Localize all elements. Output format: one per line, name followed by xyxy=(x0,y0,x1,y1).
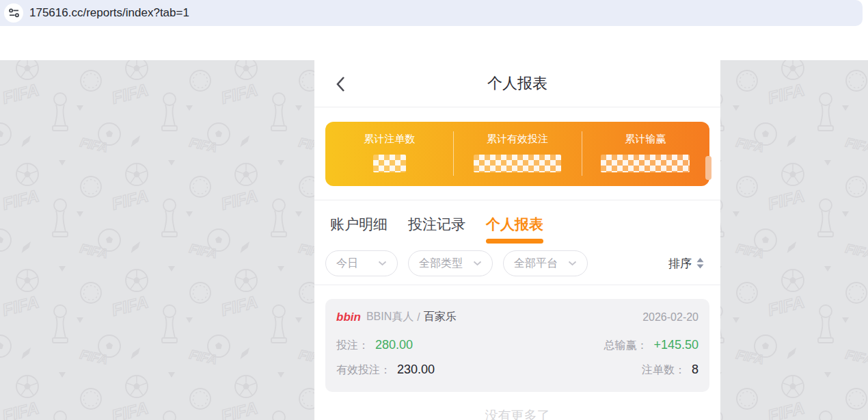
stat-label: 累计注单数 xyxy=(364,133,415,146)
valid-bet-label: 有效投注： xyxy=(336,363,391,378)
summary-card: 累计注单数 累计有效投注 累计输赢 xyxy=(325,122,709,186)
page-title: 个人报表 xyxy=(487,73,547,94)
platform-filter-dropdown[interactable]: 全部平台 xyxy=(503,250,588,276)
record-row: 投注： 280.00 总输赢： +145.50 xyxy=(336,338,699,353)
tab-account-details[interactable]: 账户明细 xyxy=(330,216,388,244)
summary-section: 累计注单数 累计有效投注 累计输赢 xyxy=(314,107,720,200)
stat-label: 累计有效投注 xyxy=(487,133,548,146)
censored-value xyxy=(373,155,406,172)
record-date: 2026-02-20 xyxy=(642,311,699,324)
tab-label: 个人报表 xyxy=(486,216,543,233)
censored-value-overflow xyxy=(705,156,711,180)
page-header: 个人报表 xyxy=(314,60,720,107)
tab-bar: 账户明细 投注记录 个人报表 xyxy=(314,200,720,244)
report-record-card: bbin BBIN真人 / 百家乐 2026-02-20 投注： 280.00 … xyxy=(325,299,709,392)
type-filter-value: 全部类型 xyxy=(419,257,463,271)
censored-value xyxy=(474,155,561,172)
game-name: 百家乐 xyxy=(424,310,457,324)
censored-value xyxy=(601,155,690,172)
bet-label: 投注： xyxy=(336,339,369,353)
valid-bet-value: 230.00 xyxy=(397,363,435,377)
provider-name: BBIN真人 xyxy=(366,310,413,324)
tab-underline xyxy=(408,239,465,244)
sort-label: 排序 xyxy=(668,256,692,272)
site-settings-button[interactable] xyxy=(4,3,23,23)
tab-bet-records[interactable]: 投注记录 xyxy=(408,216,465,244)
tab-label: 投注记录 xyxy=(408,216,465,233)
no-more-text: 没有更多了 xyxy=(325,407,709,420)
url-text[interactable]: 175616.cc/reports/index?tab=1 xyxy=(29,6,189,20)
bet-value: 280.00 xyxy=(375,338,413,352)
winloss-amount: 总输赢： +145.50 xyxy=(603,338,699,353)
chevron-down-icon xyxy=(378,261,387,266)
tab-underline xyxy=(330,239,388,244)
bet-count-value: 8 xyxy=(692,363,699,377)
stat-label: 累计输赢 xyxy=(625,133,666,146)
stat-total-winloss: 累计输赢 xyxy=(582,122,709,186)
chevron-down-icon xyxy=(473,261,482,266)
chevron-down-icon xyxy=(568,261,577,266)
date-filter-value: 今日 xyxy=(336,257,358,271)
tab-personal-report[interactable]: 个人报表 xyxy=(486,216,543,244)
tune-icon xyxy=(9,8,19,18)
back-button[interactable] xyxy=(335,75,346,93)
date-filter-dropdown[interactable]: 今日 xyxy=(325,250,398,276)
sort-arrows-icon xyxy=(696,258,704,269)
bet-amount: 投注： 280.00 xyxy=(336,338,413,353)
report-list: bbin BBIN真人 / 百家乐 2026-02-20 投注： 280.00 … xyxy=(314,285,720,420)
bet-count-label: 注单数： xyxy=(642,363,686,378)
stat-total-bets: 累计注单数 xyxy=(325,122,453,186)
active-tab-underline xyxy=(486,239,543,244)
bbin-logo: bbin xyxy=(336,311,361,324)
valid-bet-amount: 有效投注： 230.00 xyxy=(336,363,435,378)
winloss-label: 总输赢： xyxy=(603,339,647,353)
separator: / xyxy=(417,311,420,324)
address-bar[interactable]: 175616.cc/reports/index?tab=1 xyxy=(0,0,863,26)
tab-label: 账户明细 xyxy=(330,216,388,233)
chevron-left-icon xyxy=(338,77,344,91)
winloss-value: +145.50 xyxy=(653,338,699,352)
filter-bar: 今日 全部类型 全部平台 排序 xyxy=(314,245,720,285)
report-page: 个人报表 累计注单数 累计有效投注 累计输赢 账户明细 投注记录 xyxy=(314,60,720,420)
record-header: bbin BBIN真人 / 百家乐 2026-02-20 xyxy=(336,310,699,324)
stat-total-valid-bets: 累计有效投注 xyxy=(453,122,581,186)
bet-count: 注单数： 8 xyxy=(642,363,699,378)
record-row: 有效投注： 230.00 注单数： 8 xyxy=(336,363,699,378)
type-filter-dropdown[interactable]: 全部类型 xyxy=(408,250,493,276)
platform-filter-value: 全部平台 xyxy=(514,257,558,271)
sort-button[interactable]: 排序 xyxy=(668,256,704,272)
